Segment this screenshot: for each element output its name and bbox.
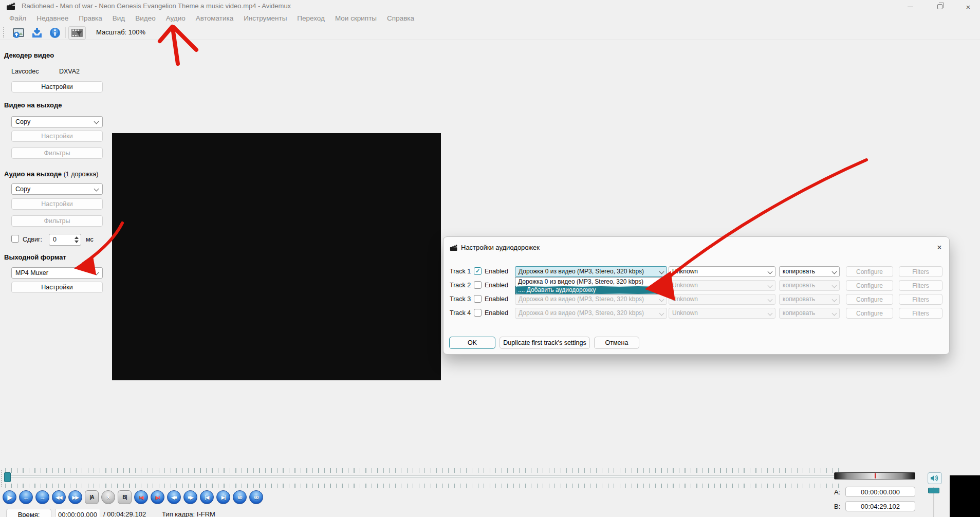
timeline-ruler-top (5, 468, 839, 473)
muxer-select[interactable]: MP4 Muxer (11, 267, 103, 279)
volume-slider-handle[interactable] (928, 488, 939, 493)
timeline-ruler-bottom (5, 484, 839, 488)
timeline-slider[interactable] (4, 475, 840, 478)
audio-output-header-text: Аудио на выходе (4, 170, 62, 178)
menu-bar: Файл Недавнее Правка Вид Видео Аудио Авт… (0, 12, 980, 25)
last-frame-button[interactable]: ▶| (216, 490, 230, 504)
marker-a-field-label: A: (834, 488, 840, 496)
menu-view[interactable]: Вид (107, 12, 130, 25)
chevron-down-icon (768, 297, 773, 302)
restore-button[interactable] (928, 0, 952, 13)
chevron-down-icon (832, 297, 837, 302)
output-format-header: Выходной формат (4, 253, 66, 261)
previous-frame-button[interactable]: ← (19, 490, 33, 504)
shift-checkbox[interactable] (11, 235, 19, 243)
chevron-down-icon (659, 311, 664, 316)
reset-selection-button[interactable]: × (101, 490, 115, 504)
muxer-settings-button[interactable]: Настройки (11, 282, 103, 293)
track2-configure-button: Configure (846, 280, 893, 291)
back-60s-button[interactable]: 60 (233, 490, 247, 504)
track4-label: Track 4 (450, 309, 471, 317)
track1-enabled-checkbox[interactable]: ✓ (474, 267, 482, 275)
zoom-level-label: Масштаб: 100% (96, 28, 145, 36)
menu-video[interactable]: Видео (130, 12, 160, 25)
menu-tools[interactable]: Инструменты (238, 12, 292, 25)
previous-black-frame-button[interactable]: ◀■ (167, 490, 181, 504)
track2-enabled-checkbox[interactable] (474, 281, 482, 289)
chevron-down-icon (659, 297, 664, 302)
decoder-accel-label[interactable]: DXVA2 (59, 68, 80, 75)
track4-enabled-checkbox[interactable] (474, 309, 482, 317)
shift-spinbox[interactable]: 0 (49, 234, 81, 246)
current-time-field[interactable]: 00:00:00.000 (55, 509, 100, 517)
video-decoder-header: Декодер видео (4, 51, 54, 59)
jog-wheel[interactable] (834, 472, 915, 479)
dialog-title: Настройки аудиодорожек (461, 244, 540, 251)
go-to-marker-b-button[interactable]: ▶I (151, 490, 164, 504)
track1-codec-value: Unknown (672, 268, 698, 275)
black-frame-forward-icon: ■▶ (188, 495, 193, 500)
filters-button[interactable] (68, 26, 86, 40)
close-button[interactable]: × (956, 0, 980, 13)
track1-mode-select[interactable]: копировать (779, 266, 840, 277)
duplicate-settings-button[interactable]: Duplicate first track's settings (500, 337, 590, 349)
forward-60s-button[interactable]: 60 (249, 490, 263, 504)
track4-codec-value: Unknown (672, 309, 698, 317)
menu-help[interactable]: Справка (382, 12, 419, 25)
marker-a-time-field[interactable]: 00:00:00.000 (845, 487, 915, 497)
decoder-engine-label[interactable]: Lavcodec (11, 68, 39, 75)
menu-edit[interactable]: Правка (73, 12, 107, 25)
track1-source-select[interactable]: Дорожка 0 из видео (MP3, Stereo, 320 kbp… (515, 266, 667, 277)
decoder-settings-button[interactable]: Настройки (11, 81, 103, 93)
dropdown-option-track0[interactable]: Дорожка 0 из видео (MP3, Stereo, 320 kbp… (515, 278, 667, 286)
spin-down-icon[interactable] (75, 241, 79, 243)
title-bar: Radiohead - Man of war - Neon Genesis Ev… (0, 0, 980, 12)
menu-go[interactable]: Переход (292, 12, 330, 25)
audio-codec-select[interactable]: Copy (11, 183, 103, 195)
time-display-button[interactable]: Время: (6, 509, 51, 517)
previous-keyframe-button[interactable]: ◀◀ (52, 490, 66, 504)
window-title: Radiohead - Man of war - Neon Genesis Ev… (22, 2, 291, 10)
track1-source-value: Дорожка 0 из видео (MP3, Stereo, 320 kbp… (519, 268, 644, 275)
open-file-button[interactable] (11, 27, 26, 39)
play-button[interactable]: ▶ (3, 490, 16, 504)
track3-enabled-checkbox[interactable] (474, 295, 482, 303)
spin-up-icon[interactable] (75, 236, 79, 239)
track4-mode-value: копировать (783, 309, 815, 317)
set-marker-b-button[interactable]: B| (118, 490, 132, 504)
duration-label: / 00:04:29.102 (103, 510, 146, 517)
dialog-close-button[interactable]: × (933, 242, 946, 253)
menu-custom-scripts[interactable]: Мои скрипты (330, 12, 382, 25)
checkmark-icon: ✓ (475, 268, 480, 274)
info-button[interactable] (48, 27, 62, 39)
cancel-button[interactable]: Отмена (594, 337, 639, 349)
mute-button[interactable] (928, 472, 942, 484)
next-frame-button[interactable]: → (35, 490, 49, 504)
marker-b-time-field[interactable]: 00:04:29.102 (845, 501, 915, 511)
track4-configure-button: Configure (846, 308, 893, 319)
first-frame-button[interactable]: |◀ (200, 490, 214, 504)
cross-icon: × (106, 494, 109, 501)
menu-file[interactable]: Файл (4, 12, 31, 25)
ok-button[interactable]: OK (449, 337, 495, 349)
menu-auto[interactable]: Автоматика (191, 12, 238, 25)
timeline-slider-handle[interactable] (4, 472, 11, 482)
set-marker-a-button[interactable]: |A (85, 490, 99, 504)
track1-filters-button: Filters (899, 266, 942, 277)
minimize-button[interactable] (898, 0, 922, 13)
video-codec-value: Copy (15, 118, 30, 125)
track2-label: Track 2 (450, 282, 471, 289)
go-to-marker-a-button[interactable]: I◀ (134, 490, 148, 504)
next-keyframe-button[interactable]: ▶▶ (68, 490, 82, 504)
video-codec-select[interactable]: Copy (11, 116, 103, 127)
track4-codec-select: Unknown (669, 308, 775, 319)
menu-recent[interactable]: Недавнее (31, 12, 73, 25)
dropdown-option-add-audio-track[interactable]: .... Добавить аудиодорожку (515, 286, 667, 294)
save-button[interactable] (30, 27, 44, 39)
track1-codec-select[interactable]: Unknown (669, 266, 775, 277)
menu-audio[interactable]: Аудио (161, 12, 191, 25)
next-black-frame-button[interactable]: ■▶ (183, 490, 197, 504)
double-arrow-right-icon: ▶▶ (72, 495, 79, 500)
selection-end-icon: ▶I (156, 495, 159, 500)
chevron-down-icon (659, 269, 664, 274)
